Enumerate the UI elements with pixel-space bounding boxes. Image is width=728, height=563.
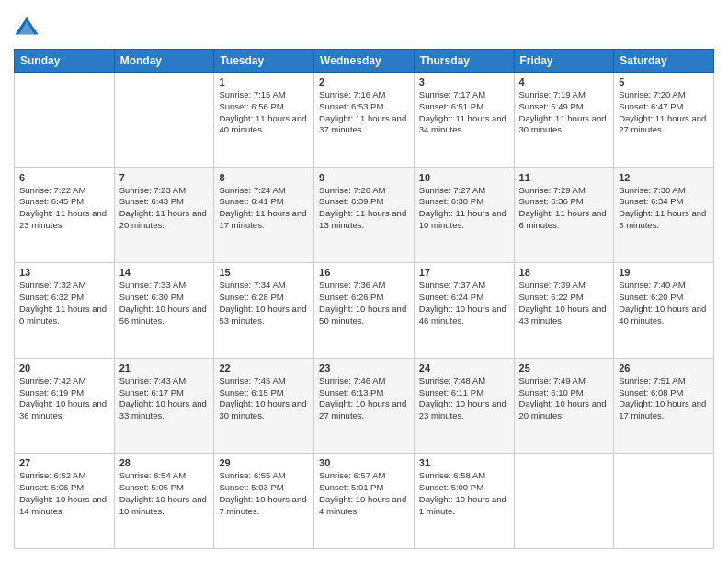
day-number: 31 (419, 457, 509, 468)
day-number: 22 (219, 362, 309, 373)
day-info: Sunrise: 7:36 AM Sunset: 6:26 PM Dayligh… (319, 280, 406, 325)
day-info: Sunrise: 7:43 AM Sunset: 6:17 PM Dayligh… (119, 375, 207, 420)
day-number: 4 (519, 76, 609, 87)
day-info: Sunrise: 7:42 AM Sunset: 6:19 PM Dayligh… (19, 375, 107, 420)
day-of-week-header: Thursday (414, 50, 514, 73)
day-number: 27 (19, 457, 109, 468)
day-info: Sunrise: 7:23 AM Sunset: 6:43 PM Dayligh… (119, 185, 207, 230)
calendar-day-cell: 11Sunrise: 7:29 AM Sunset: 6:36 PM Dayli… (514, 167, 614, 263)
calendar-day-cell: 4Sunrise: 7:19 AM Sunset: 6:49 PM Daylig… (514, 73, 614, 168)
calendar-day-cell: 30Sunrise: 6:57 AM Sunset: 5:01 PM Dayli… (314, 454, 415, 549)
calendar-week-row: 6Sunrise: 7:22 AM Sunset: 6:45 PM Daylig… (15, 167, 714, 263)
day-info: Sunrise: 7:24 AM Sunset: 6:41 PM Dayligh… (219, 185, 306, 230)
calendar-day-cell: 24Sunrise: 7:48 AM Sunset: 6:11 PM Dayli… (414, 358, 514, 454)
day-info: Sunrise: 7:45 AM Sunset: 6:15 PM Dayligh… (219, 375, 306, 420)
calendar-day-cell (614, 454, 714, 549)
calendar-week-row: 20Sunrise: 7:42 AM Sunset: 6:19 PM Dayli… (15, 358, 714, 454)
day-number: 3 (419, 76, 509, 87)
day-info: Sunrise: 7:26 AM Sunset: 6:39 PM Dayligh… (319, 185, 406, 230)
day-info: Sunrise: 7:48 AM Sunset: 6:11 PM Dayligh… (419, 375, 506, 420)
calendar-table: SundayMondayTuesdayWednesdayThursdayFrid… (14, 49, 714, 549)
calendar-day-cell: 19Sunrise: 7:40 AM Sunset: 6:20 PM Dayli… (614, 263, 714, 359)
day-info: Sunrise: 6:52 AM Sunset: 5:06 PM Dayligh… (19, 470, 107, 515)
day-info: Sunrise: 7:49 AM Sunset: 6:10 PM Dayligh… (519, 375, 607, 420)
day-number: 26 (619, 362, 709, 373)
day-number: 11 (519, 172, 609, 183)
day-number: 24 (419, 362, 509, 373)
day-info: Sunrise: 6:54 AM Sunset: 5:05 PM Dayligh… (119, 470, 207, 515)
day-number: 9 (319, 172, 409, 183)
calendar-day-cell: 6Sunrise: 7:22 AM Sunset: 6:45 PM Daylig… (15, 167, 115, 263)
day-number: 13 (19, 267, 109, 278)
day-number: 14 (119, 267, 210, 278)
calendar-day-cell: 15Sunrise: 7:34 AM Sunset: 6:28 PM Dayli… (214, 263, 314, 359)
day-of-week-header: Sunday (15, 50, 115, 73)
day-of-week-header: Wednesday (314, 50, 415, 73)
day-number: 15 (219, 267, 309, 278)
day-info: Sunrise: 7:39 AM Sunset: 6:22 PM Dayligh… (519, 280, 607, 325)
calendar-day-cell: 21Sunrise: 7:43 AM Sunset: 6:17 PM Dayli… (114, 358, 214, 454)
calendar-day-cell: 27Sunrise: 6:52 AM Sunset: 5:06 PM Dayli… (15, 454, 115, 549)
day-info: Sunrise: 7:51 AM Sunset: 6:08 PM Dayligh… (619, 375, 706, 420)
calendar-day-cell: 23Sunrise: 7:46 AM Sunset: 6:13 PM Dayli… (314, 358, 415, 454)
day-number: 20 (19, 362, 109, 373)
day-number: 25 (519, 362, 609, 373)
day-number: 8 (219, 172, 309, 183)
day-number: 10 (419, 172, 509, 183)
day-info: Sunrise: 7:32 AM Sunset: 6:32 PM Dayligh… (19, 280, 107, 325)
day-of-week-header: Monday (114, 50, 214, 73)
day-info: Sunrise: 7:34 AM Sunset: 6:28 PM Dayligh… (219, 280, 306, 325)
calendar-day-cell: 28Sunrise: 6:54 AM Sunset: 5:05 PM Dayli… (114, 454, 214, 549)
day-info: Sunrise: 7:17 AM Sunset: 6:51 PM Dayligh… (419, 89, 506, 134)
calendar-day-cell: 9Sunrise: 7:26 AM Sunset: 6:39 PM Daylig… (314, 167, 415, 263)
day-number: 28 (119, 457, 210, 468)
day-number: 1 (219, 76, 309, 87)
day-info: Sunrise: 6:57 AM Sunset: 5:01 PM Dayligh… (319, 470, 406, 515)
calendar-day-cell: 16Sunrise: 7:36 AM Sunset: 6:26 PM Dayli… (314, 263, 415, 359)
calendar-day-cell: 12Sunrise: 7:30 AM Sunset: 6:34 PM Dayli… (614, 167, 714, 263)
day-info: Sunrise: 7:40 AM Sunset: 6:20 PM Dayligh… (619, 280, 706, 325)
day-info: Sunrise: 7:22 AM Sunset: 6:45 PM Dayligh… (19, 185, 107, 230)
calendar-day-cell: 17Sunrise: 7:37 AM Sunset: 6:24 PM Dayli… (414, 263, 514, 359)
calendar-day-cell: 1Sunrise: 7:15 AM Sunset: 6:56 PM Daylig… (214, 73, 314, 168)
calendar-day-cell: 13Sunrise: 7:32 AM Sunset: 6:32 PM Dayli… (15, 263, 115, 359)
day-number: 7 (119, 172, 210, 183)
day-info: Sunrise: 7:29 AM Sunset: 6:36 PM Dayligh… (519, 185, 607, 230)
calendar-week-row: 1Sunrise: 7:15 AM Sunset: 6:56 PM Daylig… (15, 73, 714, 168)
calendar-week-row: 27Sunrise: 6:52 AM Sunset: 5:06 PM Dayli… (15, 454, 714, 549)
day-number: 23 (319, 362, 409, 373)
page: SundayMondayTuesdayWednesdayThursdayFrid… (0, 0, 728, 563)
calendar-day-cell (514, 454, 614, 549)
calendar-day-cell (15, 73, 115, 168)
day-info: Sunrise: 7:15 AM Sunset: 6:56 PM Dayligh… (219, 89, 306, 134)
day-info: Sunrise: 6:58 AM Sunset: 5:00 PM Dayligh… (419, 470, 506, 515)
day-number: 2 (319, 76, 409, 87)
day-info: Sunrise: 7:27 AM Sunset: 6:38 PM Dayligh… (419, 185, 506, 230)
calendar-day-cell: 22Sunrise: 7:45 AM Sunset: 6:15 PM Dayli… (214, 358, 314, 454)
day-number: 18 (519, 267, 609, 278)
day-info: Sunrise: 7:19 AM Sunset: 6:49 PM Dayligh… (519, 89, 607, 134)
calendar-day-cell: 20Sunrise: 7:42 AM Sunset: 6:19 PM Dayli… (15, 358, 115, 454)
day-number: 21 (119, 362, 210, 373)
logo (14, 14, 42, 40)
calendar-week-row: 13Sunrise: 7:32 AM Sunset: 6:32 PM Dayli… (15, 263, 714, 359)
calendar-day-cell: 18Sunrise: 7:39 AM Sunset: 6:22 PM Dayli… (514, 263, 614, 359)
day-number: 6 (19, 172, 109, 183)
calendar-day-cell: 2Sunrise: 7:16 AM Sunset: 6:53 PM Daylig… (314, 73, 415, 168)
calendar-day-cell: 26Sunrise: 7:51 AM Sunset: 6:08 PM Dayli… (614, 358, 714, 454)
day-number: 30 (319, 457, 409, 468)
calendar-header-row: SundayMondayTuesdayWednesdayThursdayFrid… (15, 50, 714, 73)
day-info: Sunrise: 7:46 AM Sunset: 6:13 PM Dayligh… (319, 375, 406, 420)
calendar-day-cell: 25Sunrise: 7:49 AM Sunset: 6:10 PM Dayli… (514, 358, 614, 454)
day-number: 17 (419, 267, 509, 278)
day-info: Sunrise: 6:55 AM Sunset: 5:03 PM Dayligh… (219, 470, 306, 515)
day-info: Sunrise: 7:37 AM Sunset: 6:24 PM Dayligh… (419, 280, 506, 325)
header (14, 14, 714, 40)
day-of-week-header: Tuesday (214, 50, 314, 73)
calendar-day-cell: 5Sunrise: 7:20 AM Sunset: 6:47 PM Daylig… (614, 73, 714, 168)
day-info: Sunrise: 7:30 AM Sunset: 6:34 PM Dayligh… (619, 185, 706, 230)
calendar-day-cell: 14Sunrise: 7:33 AM Sunset: 6:30 PM Dayli… (114, 263, 214, 359)
calendar-day-cell: 29Sunrise: 6:55 AM Sunset: 5:03 PM Dayli… (214, 454, 314, 549)
day-number: 19 (619, 267, 709, 278)
calendar-day-cell: 3Sunrise: 7:17 AM Sunset: 6:51 PM Daylig… (414, 73, 514, 168)
